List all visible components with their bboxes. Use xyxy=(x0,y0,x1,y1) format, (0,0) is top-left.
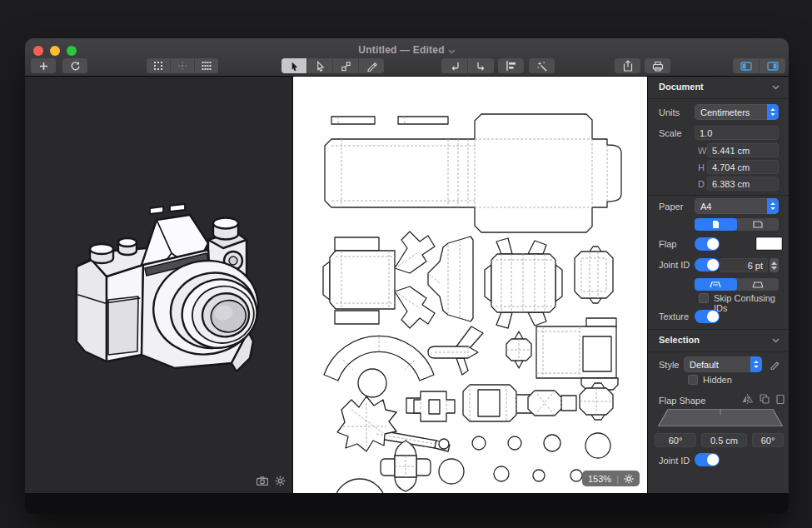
nodes-icon xyxy=(341,61,351,72)
rotate-left-button[interactable] xyxy=(441,58,467,73)
pencil-icon xyxy=(366,61,377,72)
pattern-piece-strip-1[interactable] xyxy=(331,117,375,124)
hidden-checkbox[interactable] xyxy=(688,375,698,385)
pencil-tool-button[interactable] xyxy=(358,58,384,73)
joint-id-size-stepper[interactable] xyxy=(770,258,779,272)
orientation-landscape-button[interactable] xyxy=(737,218,780,231)
edit-style-pencil-icon[interactable] xyxy=(770,359,780,370)
skip-confusing-checkbox[interactable] xyxy=(699,293,709,303)
align-button[interactable] xyxy=(498,58,524,73)
joint-style-inside-button[interactable] xyxy=(695,278,737,291)
share-icon xyxy=(623,60,633,72)
units-label: Units xyxy=(659,107,680,117)
document-section-header[interactable]: Document xyxy=(659,82,704,92)
scale-value: 1.0 xyxy=(700,128,712,138)
title-chevron-icon[interactable] xyxy=(448,49,456,54)
scale-field[interactable]: 1.0 xyxy=(695,126,779,140)
inspector-panel: Document Units Centimeters Scale 1.0 W 5… xyxy=(647,77,789,493)
canvas-settings-gear-icon[interactable] xyxy=(624,474,634,484)
selection-section-header[interactable]: Selection xyxy=(659,335,700,345)
width-field[interactable]: 5.441 cm xyxy=(707,143,779,157)
pattern-piece-back-panel[interactable] xyxy=(536,318,618,390)
flap-shape-tools xyxy=(742,394,785,404)
joint-id-size-field[interactable]: 6 pt xyxy=(720,258,768,272)
arrange-dense-button[interactable] xyxy=(194,58,218,73)
cursor-outline-icon xyxy=(315,61,326,72)
mirror-flap-icon[interactable] xyxy=(742,394,753,404)
style-label: Style xyxy=(659,360,679,370)
texture-label: Texture xyxy=(659,311,689,321)
pattern-piece-flap-pod[interactable] xyxy=(381,441,431,491)
pattern-piece-ring[interactable] xyxy=(324,336,434,397)
add-part-button[interactable] xyxy=(31,58,56,73)
height-field[interactable]: 4.704 cm xyxy=(707,160,779,174)
paper-dropdown-stepper-icon xyxy=(767,198,779,214)
unfold-canvas[interactable]: 153% | xyxy=(293,77,647,493)
width-label: W xyxy=(698,146,706,156)
select-tool-button[interactable] xyxy=(281,58,306,73)
orientation-portrait-button[interactable] xyxy=(695,218,737,231)
texture-toggle[interactable] xyxy=(695,310,720,323)
stepper-up-icon xyxy=(771,262,777,265)
pattern-piece-octagon-top[interactable] xyxy=(575,247,613,303)
paper-dropdown[interactable]: A4 xyxy=(695,198,779,214)
units-dropdown[interactable]: Centimeters xyxy=(695,104,779,120)
flap-angle-right-field[interactable]: 60° xyxy=(752,433,784,447)
paste-icon[interactable] xyxy=(776,394,785,404)
part-select-tool-button[interactable] xyxy=(332,58,358,73)
texture-toggle-knob xyxy=(707,311,719,322)
arrange-mode-group xyxy=(147,58,218,73)
flap-toggle[interactable] xyxy=(695,237,720,251)
divider xyxy=(648,98,789,99)
snapshot-camera-icon[interactable] xyxy=(257,476,268,486)
arrange-loose-button[interactable] xyxy=(147,58,170,73)
style-dropdown[interactable]: Default xyxy=(684,356,762,372)
joint-id-toggle[interactable] xyxy=(695,258,720,271)
magic-unfold-button[interactable] xyxy=(529,58,555,73)
flap-outside-icon xyxy=(752,281,764,288)
refresh-unfold-button[interactable] xyxy=(62,58,87,73)
stepper-down-icon xyxy=(771,266,777,270)
width-value: 5.441 cm xyxy=(712,146,750,156)
paper-value: A4 xyxy=(700,202,711,212)
window-chrome: Untitled — Edited xyxy=(25,38,789,77)
pattern-piece-strip-2[interactable] xyxy=(398,117,448,124)
flap-shape-editor[interactable] xyxy=(657,408,784,427)
pattern-piece-octagon-small[interactable] xyxy=(506,331,531,368)
style-value: Default xyxy=(690,360,719,370)
flap-angle-left-field[interactable]: 60° xyxy=(655,433,696,447)
pattern-piece-top-assembly[interactable] xyxy=(323,232,473,328)
toggle-right-panel-button[interactable] xyxy=(759,58,785,73)
direct-select-tool-button[interactable] xyxy=(306,58,332,73)
copy-icon[interactable] xyxy=(760,394,770,404)
pattern-piece-octa-arm[interactable] xyxy=(528,391,576,416)
selection-joint-id-toggle[interactable] xyxy=(695,453,720,466)
model-viewport-3d[interactable] xyxy=(25,77,293,493)
zoom-indicator[interactable]: 153% | xyxy=(582,471,640,486)
arrange-medium-button[interactable] xyxy=(170,58,194,73)
flap-toggle-knob xyxy=(707,238,719,250)
selection-collapse-chevron-icon[interactable] xyxy=(772,338,780,343)
joint-style-outside-button[interactable] xyxy=(737,278,780,291)
height-value: 4.704 cm xyxy=(712,162,750,172)
viewport-settings-gear-icon[interactable] xyxy=(275,476,286,486)
flap-width-field[interactable]: 0.5 cm xyxy=(701,433,747,447)
print-button[interactable] xyxy=(645,58,670,73)
rotate-right-button[interactable] xyxy=(467,58,494,73)
paper-orientation-segment xyxy=(695,218,779,231)
camera-3d-model[interactable] xyxy=(25,77,293,493)
pattern-piece-body-band[interactable] xyxy=(325,114,621,232)
depth-field[interactable]: 6.383 cm xyxy=(707,177,779,191)
pattern-piece-mid-box[interactable] xyxy=(485,238,562,328)
hidden-label: Hidden xyxy=(703,375,732,385)
joint-id-toggle-knob xyxy=(707,259,719,271)
refresh-icon xyxy=(70,61,81,72)
toggle-left-panel-button[interactable] xyxy=(733,58,759,73)
flap-inside-icon xyxy=(710,281,721,288)
flap-color-swatch[interactable] xyxy=(756,237,782,250)
document-collapse-chevron-icon[interactable] xyxy=(772,85,780,90)
selection-joint-id-label: Joint ID xyxy=(659,456,690,466)
share-button[interactable] xyxy=(615,58,640,73)
pattern-piece-capsule[interactable] xyxy=(428,326,483,375)
pattern-piece-plus-small[interactable] xyxy=(406,391,455,421)
